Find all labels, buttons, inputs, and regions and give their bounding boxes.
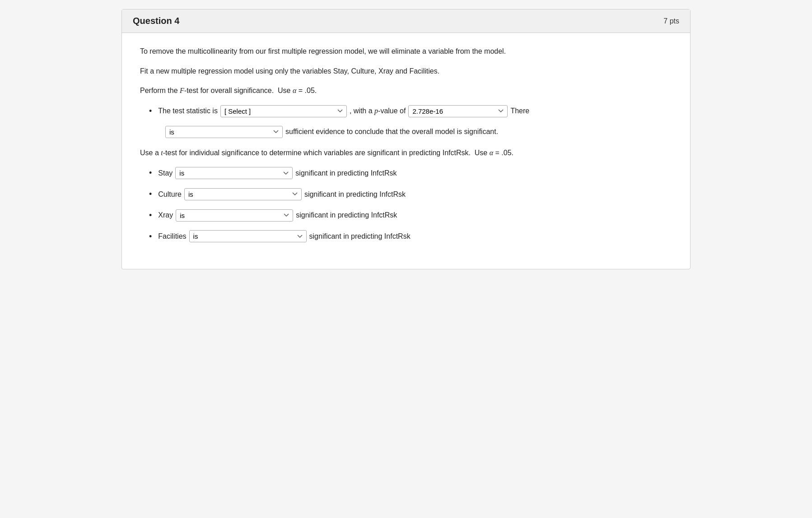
xray-select[interactable]: is is not	[176, 209, 293, 222]
f-test-section: • The test statistic is [ Select ] , wit…	[149, 105, 672, 138]
culture-label: Culture	[158, 189, 182, 200]
test-statistic-row: • The test statistic is [ Select ] , wit…	[149, 105, 672, 118]
there-label: There	[510, 105, 529, 117]
xray-row: • Xray is is not significant in predicti…	[149, 209, 672, 222]
bullet-dot-xray: •	[149, 209, 152, 222]
facilities-label: Facilities	[158, 231, 186, 242]
f-test-letter: F	[180, 87, 184, 94]
stay-row: • Stay is is not significant in predicti…	[149, 166, 672, 180]
question-points: 7 pts	[663, 17, 679, 25]
question-body: To remove the multicollinearity from our…	[122, 33, 690, 269]
stay-select[interactable]: is is not	[175, 167, 293, 179]
paragraph-3-part2: -test for overall significance. Use α = …	[184, 87, 317, 94]
bullet-dot-stay: •	[149, 166, 152, 180]
paragraph-3: Perform the F-test for overall significa…	[140, 85, 672, 97]
p-value-label: , with a p-value of	[350, 105, 406, 117]
paragraph-2-text: Fit a new multiple regression model usin…	[140, 67, 439, 75]
facilities-row: • Facilities is is not significant in pr…	[149, 230, 672, 243]
bullet-dot-1: •	[149, 105, 152, 118]
question-header: Question 4 7 pts	[122, 9, 690, 33]
t-test-part2: -test for individual significance to det…	[163, 149, 513, 157]
stay-suffix: significant in predicting InfctRsk	[295, 167, 397, 179]
xray-suffix: significant in predicting InfctRsk	[296, 209, 397, 221]
facilities-suffix: significant in predicting InfctRsk	[309, 231, 411, 242]
variables-section: • Stay is is not significant in predicti…	[149, 166, 672, 243]
paragraph-t-test: Use a t-test for individual significance…	[140, 147, 672, 159]
facilities-select[interactable]: is is not	[189, 230, 307, 242]
sufficient-evidence-text: sufficient evidence to conclude that the…	[285, 128, 498, 136]
question-title: Question 4	[133, 16, 179, 26]
culture-select[interactable]: is is not	[184, 188, 302, 200]
paragraph-3-part1: Perform the	[140, 87, 180, 94]
sufficient-evidence-row: is is not sufficient evidence to conclud…	[165, 126, 672, 138]
t-test-part1: Use a	[140, 149, 161, 157]
paragraph-1-text: To remove the multicollinearity from our…	[140, 47, 506, 55]
is-is-not-select-1[interactable]: is is not	[165, 126, 283, 138]
question-container: Question 4 7 pts To remove the multicoll…	[121, 9, 691, 269]
stay-label: Stay	[158, 167, 173, 179]
p-value-select[interactable]: 2.728e-16	[408, 105, 508, 117]
paragraph-2: Fit a new multiple regression model usin…	[140, 65, 672, 77]
test-statistic-select[interactable]: [ Select ]	[220, 105, 347, 117]
bullet-dot-facilities: •	[149, 230, 152, 243]
bullet-dot-culture: •	[149, 188, 152, 201]
culture-row: • Culture is is not significant in predi…	[149, 188, 672, 201]
xray-label: Xray	[158, 209, 173, 221]
test-statistic-label: The test statistic is	[158, 105, 218, 117]
paragraph-1: To remove the multicollinearity from our…	[140, 46, 672, 57]
culture-suffix: significant in predicting InfctRsk	[304, 189, 406, 200]
